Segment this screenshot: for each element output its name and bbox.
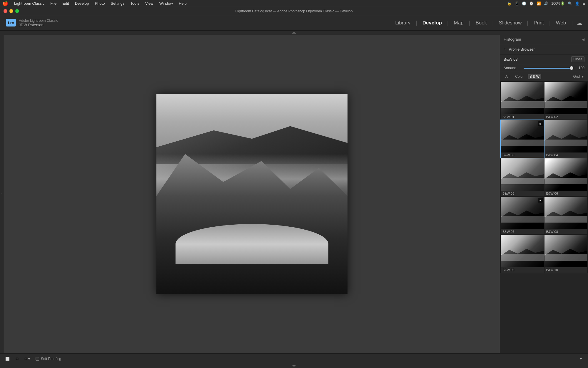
histogram-collapse-button[interactable]: ◀: [582, 37, 584, 42]
menu-tools[interactable]: Tools: [128, 1, 141, 6]
filter-tab-bw[interactable]: B & W: [528, 74, 541, 79]
lrc-badge: Lrc: [6, 19, 16, 26]
grid-dropdown-icon: ▼: [581, 74, 584, 79]
menu-edit[interactable]: Edit: [60, 1, 71, 6]
close-button[interactable]: [4, 9, 7, 13]
menu-develop[interactable]: Develop: [73, 1, 91, 6]
nav-map[interactable]: Map: [450, 19, 468, 27]
profile-browser-close-button[interactable]: Close: [571, 56, 584, 62]
histogram-label: Histogram: [504, 37, 521, 42]
titlebar: Lightroom Catalog.lrcat — Adobe Photosho…: [0, 7, 588, 15]
profile-cell-bw08[interactable]: B&W 08: [544, 197, 588, 234]
photo-canvas: [156, 94, 348, 294]
app-logo: Lrc Adobe Lightroom Classic JDW Paterson: [6, 19, 58, 27]
profile-label-bw09: B&W 09: [501, 267, 544, 273]
nav-develop[interactable]: Develop: [418, 19, 446, 27]
profile-label-bw07: B&W 07: [501, 229, 544, 234]
photo-container: [156, 94, 348, 294]
top-collapse-arrow[interactable]: [0, 31, 588, 35]
left-panel-toggle[interactable]: ›: [0, 35, 4, 353]
svg-marker-1: [292, 365, 296, 367]
app-header: Lrc Adobe Lightroom Classic JDW Paterson…: [0, 15, 588, 31]
amount-row: Amount 100: [500, 64, 588, 72]
profile-thumb-bw02: [544, 82, 588, 114]
photo-water-layer: [176, 224, 328, 264]
bottom-collapse-arrow[interactable]: [0, 364, 588, 368]
bottom-toolbar: ⬜ ⊞ ⊟▼ Soft Proofing ▼: [0, 353, 588, 364]
filter-tabs: All Color B & W Grid ▼: [500, 72, 588, 81]
profile-label-bw03: B&W 03: [501, 152, 544, 158]
menu-view[interactable]: View: [143, 1, 156, 6]
user-name-label: JDW Paterson: [19, 23, 58, 27]
profile-label-bw05: B&W 05: [501, 191, 544, 196]
filter-grid-dropdown[interactable]: Grid ▼: [573, 74, 584, 79]
profile-cell-bw03[interactable]: ★ B&W 03: [501, 120, 544, 158]
current-profile-name: B&W 03: [504, 57, 571, 62]
nav-book[interactable]: Book: [471, 19, 491, 27]
menubar-right-icons: 🔒📱🕐⌚ 📶🔊100%🔋🔍👤☰: [507, 1, 586, 6]
profile-label-bw10: B&W 10: [544, 267, 588, 273]
profile-cell-bw05[interactable]: B&W 05: [501, 158, 544, 196]
right-panel: Histogram ◀ + Profile Browser B&W 03 Clo…: [500, 35, 588, 353]
view-compare-button[interactable]: ⊟▼: [23, 356, 32, 362]
minimize-button[interactable]: [9, 9, 13, 13]
toolbar-expand-button[interactable]: ▼: [578, 356, 584, 362]
traffic-lights[interactable]: [4, 9, 19, 13]
soft-proofing-label: Soft Proofing: [41, 357, 61, 361]
filter-tab-all[interactable]: All: [504, 74, 511, 79]
profile-browser-add-button[interactable]: +: [504, 47, 506, 52]
filter-tab-color[interactable]: Color: [513, 74, 525, 79]
profile-cell-bw06[interactable]: B&W 06: [544, 158, 588, 196]
menu-help[interactable]: Help: [176, 1, 189, 6]
profile-cell-bw02[interactable]: B&W 02: [544, 82, 588, 120]
svg-marker-0: [292, 32, 296, 34]
profile-label-bw02: B&W 02: [544, 114, 588, 120]
histogram-header: Histogram ◀: [500, 35, 588, 44]
profile-thumb-bw09: [501, 235, 544, 267]
menu-settings[interactable]: Settings: [108, 1, 127, 6]
profile-label-bw08: B&W 08: [544, 229, 588, 234]
menu-window[interactable]: Window: [157, 1, 175, 6]
profile-thumb-bw03: [501, 120, 544, 152]
profile-label-bw06: B&W 06: [544, 191, 588, 196]
app-name-label: Adobe Lightroom Classic: [19, 19, 58, 23]
cloud-sync-icon[interactable]: ☁: [577, 20, 582, 26]
profile-thumb-bw10: [544, 235, 588, 267]
maximize-button[interactable]: [15, 9, 19, 13]
view-single-button[interactable]: ⬜: [4, 356, 11, 362]
amount-slider-thumb[interactable]: [570, 66, 573, 70]
apple-menu[interactable]: 🍎: [2, 1, 8, 6]
menu-file[interactable]: File: [48, 1, 59, 6]
nav-library[interactable]: Library: [391, 19, 415, 27]
nav-print[interactable]: Print: [529, 19, 548, 27]
photo-sky-layer: [156, 94, 348, 164]
profile-cell-bw10[interactable]: B&W 10: [544, 235, 588, 273]
profile-label-bw04: B&W 04: [544, 152, 588, 158]
nav-slideshow[interactable]: Slideshow: [495, 19, 526, 27]
left-panel-arrow-icon: ›: [1, 193, 2, 196]
profile-thumb-bw05: [501, 158, 544, 191]
view-multi-button[interactable]: ⊞: [14, 356, 20, 362]
profile-thumb-bw06: [544, 158, 588, 191]
amount-value: 100: [576, 66, 584, 70]
current-profile-row: B&W 03 Close: [500, 54, 588, 64]
profile-grid: B&W 01 B&W 02 ★ B&W 03 B&W 04: [500, 81, 588, 273]
profile-thumb-bw01: [501, 82, 544, 114]
profile-thumb-bw07: [501, 197, 544, 229]
amount-slider-track[interactable]: [524, 68, 573, 69]
profile-cell-bw07[interactable]: ★ B&W 07: [501, 197, 544, 234]
profile-browser-header: + Profile Browser: [500, 44, 588, 54]
profile-cell-bw04[interactable]: B&W 04: [544, 120, 588, 158]
menu-photo[interactable]: Photo: [92, 1, 107, 6]
profile-thumb-bw04: [544, 120, 588, 152]
nav-web[interactable]: Web: [552, 19, 570, 27]
profile-cell-bw01[interactable]: B&W 01: [501, 82, 544, 120]
profile-browser: + Profile Browser B&W 03 Close Amount 10…: [500, 44, 588, 353]
profile-cell-bw09[interactable]: B&W 09: [501, 235, 544, 273]
menubar: 🍎 Lightroom Classic File Edit Develop Ph…: [0, 0, 588, 7]
soft-proofing-checkbox[interactable]: [36, 357, 39, 361]
profile-star-icon-bw07: ★: [538, 198, 543, 203]
window-title: Lightroom Catalog.lrcat — Adobe Photosho…: [235, 9, 353, 13]
menu-lightroom-classic[interactable]: Lightroom Classic: [12, 1, 47, 6]
soft-proofing-toggle[interactable]: Soft Proofing: [36, 357, 61, 361]
